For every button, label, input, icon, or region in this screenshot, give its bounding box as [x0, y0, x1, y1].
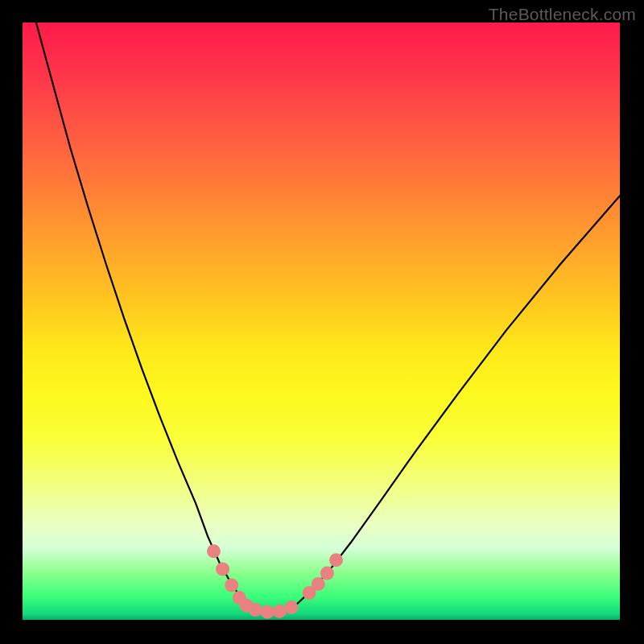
curve-marker — [225, 578, 238, 592]
curve-marker — [216, 562, 229, 576]
chart-svg — [0, 0, 644, 644]
curve-marker — [273, 605, 287, 618]
bottleneck-curve — [35, 17, 620, 613]
watermark-text: TheBottleneck.com — [489, 5, 636, 24]
curve-marker — [207, 544, 221, 558]
curve-marker — [261, 605, 275, 619]
curve-markers — [207, 544, 343, 619]
curve-marker — [284, 601, 298, 614]
curve-marker — [320, 567, 334, 580]
curve-marker — [329, 553, 343, 567]
curve-marker — [312, 577, 325, 591]
curve-marker — [249, 603, 262, 617]
chart-frame: TheBottleneck.com — [0, 0, 644, 644]
